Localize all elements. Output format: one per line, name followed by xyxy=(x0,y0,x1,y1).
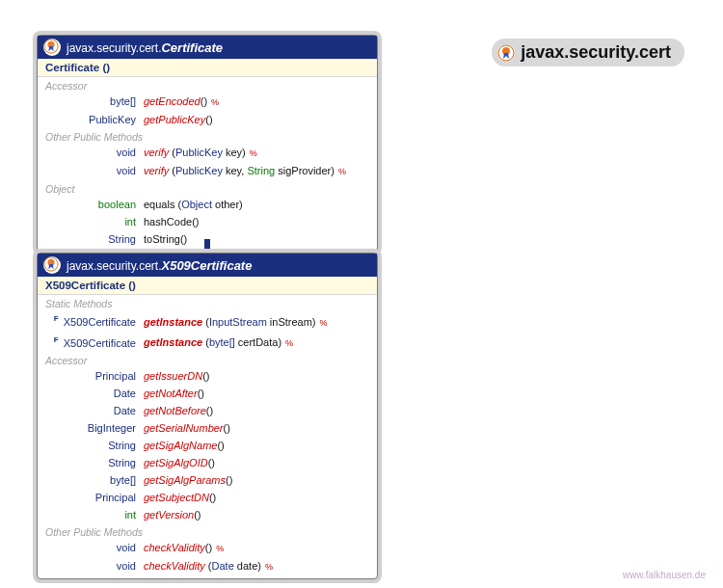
method-name: getInstance xyxy=(144,334,202,350)
throws-marker: % xyxy=(250,146,257,161)
return-type: void xyxy=(45,540,144,555)
params: () xyxy=(201,94,207,109)
return-type: FX509Certificate xyxy=(45,333,144,351)
method-get-sig-alg-params: byte[] getSigAlgParams () xyxy=(38,471,377,489)
method-name: getPublicKey xyxy=(144,112,205,127)
method-get-serial-number: BigInteger getSerialNumber () xyxy=(38,419,377,437)
method-get-public-key: PublicKey getPublicKey () xyxy=(38,111,377,128)
constructor-x509: X509Certificate () xyxy=(38,277,377,295)
method-name: getIssuerDN xyxy=(144,368,202,384)
return-type: BigInteger xyxy=(45,420,144,436)
cert-icon xyxy=(43,39,61,56)
return-type: int xyxy=(45,214,144,229)
method-check-validity-1: void checkValidity () % xyxy=(38,539,377,557)
section-accessor: Accessor xyxy=(38,352,377,367)
method-get-not-before: Date getNotBefore () xyxy=(38,402,377,419)
method-name: checkValidity xyxy=(144,540,205,555)
throws-marker: % xyxy=(265,559,273,575)
method-name: getNotBefore xyxy=(144,403,206,418)
class-name: Certificate xyxy=(161,40,223,55)
class-box-certificate: javax.security.cert.Certificate Certific… xyxy=(37,35,378,252)
return-type: byte[] xyxy=(45,94,144,109)
params: (Date date) xyxy=(205,558,261,574)
cert-icon xyxy=(43,256,61,274)
params: () xyxy=(180,231,187,247)
method-verify-1: void verify (PublicKey key) % xyxy=(38,144,377,162)
method-getinstance-1: FX509Certificate getInstance (InputStrea… xyxy=(38,310,377,332)
method-name: getSerialNumber xyxy=(144,420,224,436)
section-static: Static Methods xyxy=(38,295,377,310)
method-name: getSubjectDN xyxy=(144,490,209,505)
inheritance-connector xyxy=(204,239,210,253)
method-name: verify xyxy=(144,145,169,160)
return-type: PublicKey xyxy=(45,112,144,127)
class-qualified-name: javax.security.cert.X509Certificate xyxy=(67,258,252,273)
return-type: void xyxy=(45,145,144,160)
return-type: int xyxy=(45,507,144,522)
method-name: getVersion xyxy=(144,507,194,522)
return-type: void xyxy=(45,558,144,574)
params: (Object other) xyxy=(174,197,242,212)
method-get-issuer-dn: Principal getIssuerDN () xyxy=(38,367,377,385)
method-name: getSigAlgName xyxy=(144,438,217,453)
method-get-version: int getVersion () xyxy=(38,506,377,523)
params: () xyxy=(224,420,230,436)
params: (InputStream inStream) xyxy=(202,314,315,330)
return-type: Date xyxy=(45,403,144,418)
params: () xyxy=(208,455,215,470)
return-type: Principal xyxy=(45,368,144,384)
return-type: Date xyxy=(45,386,144,401)
params: () xyxy=(194,507,201,522)
throws-marker: % xyxy=(320,315,328,331)
method-name: equals xyxy=(144,197,174,212)
method-get-not-after: Date getNotAfter () xyxy=(38,385,377,402)
params: (byte[] certData) xyxy=(202,334,281,350)
params: () xyxy=(205,540,212,555)
method-hash-code: int hashCode () xyxy=(38,213,377,230)
class-header-x509: javax.security.cert.X509Certificate xyxy=(38,254,377,277)
class-qualified-name: javax.security.cert.Certificate xyxy=(67,40,223,55)
package-name: javax.security.cert. xyxy=(67,259,161,273)
page-title-badge: javax.security.cert xyxy=(492,39,684,67)
params: (PublicKey key) xyxy=(169,145,246,160)
params: () xyxy=(226,472,232,488)
footer-credit: www.falkhausen.de xyxy=(623,570,706,580)
section-other: Other Public Methods xyxy=(38,523,377,539)
return-type: byte[] xyxy=(45,472,144,488)
method-name: verify xyxy=(144,163,169,178)
method-name: checkValidity xyxy=(144,558,205,574)
return-type: String xyxy=(45,231,144,247)
constructor-certificate: Certificate () xyxy=(38,59,377,77)
section-accessor: Accessor xyxy=(38,77,377,93)
return-type: boolean xyxy=(45,197,144,212)
method-get-sig-alg-name: String getSigAlgName () xyxy=(38,437,377,454)
method-name: getNotAfter xyxy=(144,386,198,401)
throws-marker: % xyxy=(216,541,224,556)
method-name: getInstance xyxy=(144,314,202,330)
method-get-encoded: byte[] getEncoded () % xyxy=(38,93,377,111)
params: () xyxy=(202,368,209,384)
method-name: getEncoded xyxy=(144,94,201,109)
method-name: toString xyxy=(144,231,180,247)
section-object: Object xyxy=(38,180,377,196)
method-name: getSigAlgParams xyxy=(144,472,226,488)
method-getinstance-2: FX509Certificate getInstance (byte[] cer… xyxy=(38,332,377,353)
params: () xyxy=(198,386,204,401)
method-equals: boolean equals (Object other) xyxy=(38,196,377,213)
params: () xyxy=(209,490,216,505)
params: () xyxy=(206,403,213,418)
return-type: Principal xyxy=(45,490,144,505)
return-type: FX509Certificate xyxy=(45,311,144,330)
throws-marker: % xyxy=(211,94,219,110)
package-name: javax.security.cert. xyxy=(67,41,161,55)
throws-marker: % xyxy=(338,164,346,179)
params: (PublicKey key, String sigProvider) xyxy=(169,163,335,178)
params: () xyxy=(217,438,224,453)
method-verify-2: void verify (PublicKey key, String sigPr… xyxy=(38,162,377,180)
params: () xyxy=(192,214,199,229)
return-type: String xyxy=(45,455,144,470)
cert-icon xyxy=(497,44,515,62)
return-type: void xyxy=(45,163,144,178)
section-other: Other Public Methods xyxy=(38,128,377,144)
method-get-subject-dn: Principal getSubjectDN () xyxy=(38,489,377,506)
